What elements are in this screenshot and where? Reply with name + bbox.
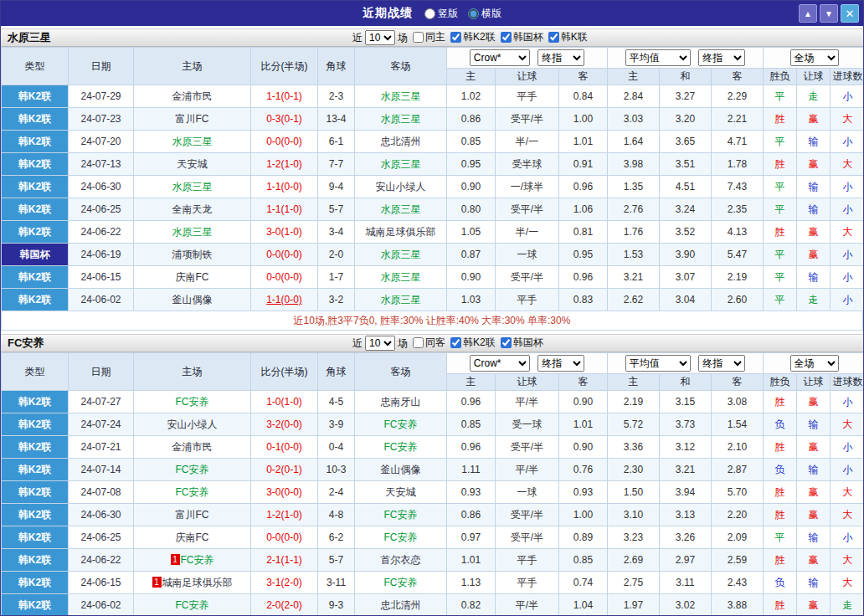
league-cell: 韩K2联	[2, 289, 69, 311]
avg-home-cell: 2.62	[608, 289, 660, 311]
team-name-text: FC安养	[176, 599, 209, 611]
date-cell: 24-07-27	[69, 391, 134, 413]
odds-period-select[interactable]: 终指	[537, 49, 584, 66]
handicap-result-cell: 输	[797, 198, 831, 221]
layout-radio-vertical[interactable]: 竖版	[424, 7, 458, 21]
avg-draw-cell: 3.52	[660, 221, 712, 244]
score-cell: 2-1(1-1)	[251, 549, 318, 572]
odds-period-select[interactable]: 终指	[537, 355, 584, 372]
odds-handicap-cell: 受半球	[496, 153, 559, 176]
match-row: 韩K2联24-06-30水原三星1-1(0-0)9-4安山小绿人0.90一/球半…	[2, 176, 864, 198]
goals-result-cell: 小	[831, 131, 864, 153]
corners-cell: 1-7	[318, 266, 355, 289]
odds-home-cell: 1.11	[447, 459, 496, 481]
odds-home-cell: 0.80	[447, 198, 496, 221]
team-name-text: 金浦市民	[172, 90, 213, 102]
league-filter-option[interactable]: 同客	[413, 336, 445, 350]
score-cell[interactable]: 1-1(0-0)	[251, 289, 318, 311]
odds-away-cell: 0.89	[559, 526, 608, 549]
avg-select-cell: 平均值 终指	[608, 48, 764, 69]
team-name-text: FC安养	[384, 509, 418, 521]
league-filter-checkbox[interactable]	[548, 32, 559, 43]
avg-home-cell: 2.75	[608, 572, 660, 594]
result-cell: 负	[764, 413, 797, 436]
layout-radio-horizontal[interactable]: 横版	[468, 7, 501, 21]
layout-radio-horizontal-input[interactable]	[468, 8, 479, 19]
match-row: 韩K2联24-06-02釜山偶像1-1(0-0)3-2水原三星1.03平手0.8…	[2, 289, 864, 311]
col-header-score: 比分(半场)	[251, 48, 318, 85]
league-filter-checkbox[interactable]	[501, 32, 512, 43]
section-bar: 水原三星 近 10 场 同主韩K2联韩国杯韩K联	[1, 28, 863, 47]
league-filter-checkbox[interactable]	[413, 337, 424, 348]
league-filter-checkbox[interactable]	[413, 32, 424, 43]
odds-home-cell: 0.96	[447, 436, 496, 459]
date-cell: 24-07-13	[69, 153, 134, 176]
close-button[interactable]: ✕	[841, 4, 859, 23]
handicap-result-cell: 赢	[797, 504, 831, 526]
result-cell: 平	[764, 526, 797, 549]
home-team-cell: 天安城	[134, 153, 251, 176]
league-filter-label: 韩国杯	[513, 30, 543, 44]
away-team-cell: 水原三星	[355, 108, 447, 131]
layout-radio-vertical-input[interactable]	[424, 8, 435, 19]
col-header-odds-home: 主	[447, 69, 496, 85]
avg-select-cell: 平均值 终指	[608, 353, 764, 374]
odds-away-cell: 0.76	[559, 459, 608, 481]
avg-home-cell: 3.36	[608, 436, 660, 459]
scope-select[interactable]: 全场	[790, 49, 839, 66]
home-team-cell: 水原三星	[134, 131, 251, 153]
league-filter-checkbox[interactable]	[450, 32, 461, 43]
handicap-result-cell: 输	[797, 413, 831, 436]
col-header-away: 客场	[355, 353, 447, 391]
recent-count-select[interactable]: 10	[365, 336, 395, 351]
goals-result-cell: 小	[831, 289, 864, 311]
move-down-button[interactable]: ▼	[820, 4, 838, 23]
col-header-handicap-result: 让球	[797, 374, 831, 391]
corners-cell: 7-7	[318, 153, 355, 176]
team-name-text: FC安养	[176, 464, 209, 475]
corners-cell: 2-3	[318, 85, 355, 108]
league-filter-checkbox[interactable]	[501, 337, 512, 348]
odds-handicap-cell: 受平/半	[496, 526, 559, 549]
home-team-cell: FC安养	[134, 391, 251, 413]
odds-handicap-cell: 一球	[496, 244, 559, 266]
league-cell: 韩K2联	[2, 108, 69, 131]
league-filter-option[interactable]: 韩K2联	[450, 336, 496, 350]
odds-home-cell: 0.85	[447, 413, 496, 436]
league-filter-option[interactable]: 韩K联	[548, 30, 588, 44]
avg-away-cell: 2.10	[712, 436, 764, 459]
avg-home-cell: 1.76	[608, 221, 660, 244]
avg-away-cell: 4.13	[712, 221, 764, 244]
odds-source-select[interactable]: Crow*	[470, 355, 530, 372]
odds-away-cell: 0.90	[559, 436, 608, 459]
results-table: 类型 日期 主场 比分(半场) 角球 客场 Crow* 终指 平均值 终指	[1, 352, 864, 616]
league-cell: 韩K2联	[2, 594, 69, 616]
league-filter-option[interactable]: 韩K2联	[450, 30, 496, 44]
avg-period-select[interactable]: 终指	[698, 355, 745, 372]
col-header-odds-away: 客	[559, 374, 608, 391]
match-row: 韩K2联24-07-14FC安养0-2(0-1)10-3釜山偶像1.11平/半0…	[2, 459, 864, 481]
avg-source-select[interactable]: 平均值	[625, 355, 691, 372]
scope-select[interactable]: 全场	[790, 355, 839, 372]
odds-source-select[interactable]: Crow*	[470, 49, 530, 66]
team-name-text: 浦项制铁	[172, 249, 213, 260]
team-name-text: 水原三星	[381, 113, 421, 125]
move-up-button[interactable]: ▲	[799, 4, 817, 23]
league-filter-option[interactable]: 同主	[413, 30, 445, 44]
goals-result-cell: 走	[831, 594, 864, 616]
avg-draw-cell: 2.97	[660, 549, 712, 572]
recent-count-select[interactable]: 10	[365, 30, 395, 45]
avg-period-select[interactable]: 终指	[698, 49, 745, 66]
odds-handicap-cell: 平手	[496, 572, 559, 594]
score-cell: 3-2(0-0)	[251, 413, 318, 436]
league-cell: 韩K2联	[2, 459, 69, 481]
date-cell: 24-07-29	[69, 85, 134, 108]
league-filter-option[interactable]: 韩国杯	[501, 30, 543, 44]
odds-away-cell: 1.06	[559, 198, 608, 221]
league-filter-option[interactable]: 韩国杯	[501, 336, 543, 350]
league-filter-checkbox[interactable]	[450, 337, 461, 348]
odds-handicap-cell: 平手	[496, 289, 559, 311]
score-cell: 3-0(1-0)	[251, 221, 318, 244]
avg-source-select[interactable]: 平均值	[625, 49, 691, 66]
home-team-cell: FC安养	[134, 459, 251, 481]
